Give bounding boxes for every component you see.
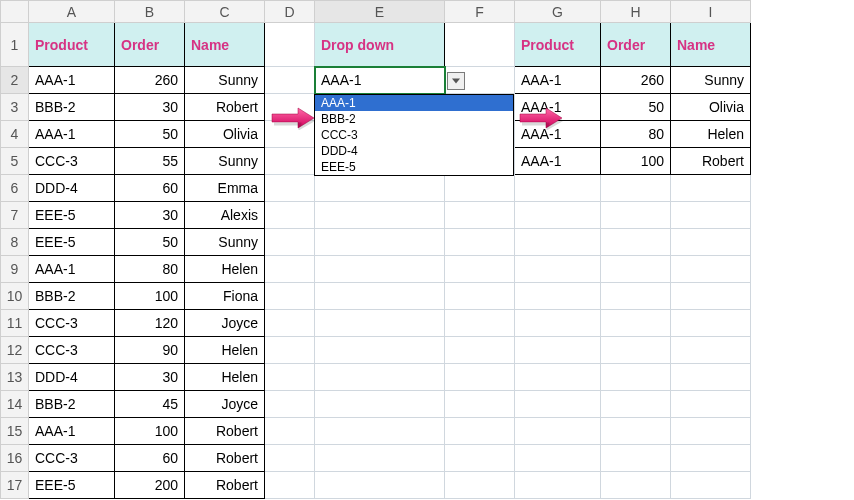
cell-product[interactable]: DDD-4	[29, 364, 115, 391]
cell-order[interactable]: 60	[115, 445, 185, 472]
cell[interactable]	[265, 364, 315, 391]
cell[interactable]	[445, 229, 515, 256]
cell-name[interactable]: Robert	[185, 472, 265, 499]
cell-order[interactable]: 100	[601, 148, 671, 175]
header-order-right[interactable]: Order	[601, 23, 671, 67]
row-header[interactable]: 15	[1, 418, 29, 445]
dropdown-option[interactable]: DDD-4	[315, 143, 513, 159]
cell[interactable]	[601, 337, 671, 364]
cell-order[interactable]: 100	[115, 283, 185, 310]
cell[interactable]	[265, 310, 315, 337]
cell-order[interactable]: 100	[115, 418, 185, 445]
select-all-corner[interactable]	[1, 1, 29, 23]
col-header-I[interactable]: I	[671, 1, 751, 23]
dropdown-option[interactable]: EEE-5	[315, 159, 513, 175]
col-header-E[interactable]: E	[315, 1, 445, 23]
cell-name[interactable]: Sunny	[185, 148, 265, 175]
cell[interactable]	[671, 283, 751, 310]
cell[interactable]	[671, 256, 751, 283]
dropdown-list[interactable]: AAA-1 BBB-2 CCC-3 DDD-4 EEE-5	[314, 94, 514, 176]
cell-order[interactable]: 30	[115, 364, 185, 391]
col-header-C[interactable]: C	[185, 1, 265, 23]
cell[interactable]	[445, 418, 515, 445]
cell[interactable]	[601, 229, 671, 256]
cell-product[interactable]: DDD-4	[29, 175, 115, 202]
cell[interactable]	[601, 175, 671, 202]
cell-name[interactable]: Sunny	[671, 67, 751, 94]
cell[interactable]	[515, 283, 601, 310]
cell-name[interactable]: Olivia	[671, 94, 751, 121]
cell[interactable]	[601, 472, 671, 499]
cell[interactable]	[265, 202, 315, 229]
cell[interactable]	[315, 418, 445, 445]
cell[interactable]	[671, 445, 751, 472]
col-header-B[interactable]: B	[115, 1, 185, 23]
row-header[interactable]: 5	[1, 148, 29, 175]
dropdown-option[interactable]: BBB-2	[315, 111, 513, 127]
cell[interactable]	[265, 283, 315, 310]
cell[interactable]	[671, 418, 751, 445]
col-header-D[interactable]: D	[265, 1, 315, 23]
cell[interactable]	[445, 283, 515, 310]
cell[interactable]	[515, 337, 601, 364]
cell-product[interactable]: AAA-1	[29, 67, 115, 94]
row-header[interactable]: 7	[1, 202, 29, 229]
row-header[interactable]: 9	[1, 256, 29, 283]
cell[interactable]	[445, 445, 515, 472]
cell-product[interactable]: AAA-1	[29, 121, 115, 148]
cell-order[interactable]: 60	[115, 175, 185, 202]
cell-product[interactable]: BBB-2	[29, 391, 115, 418]
cell-name[interactable]: Robert	[671, 148, 751, 175]
dropdown-button[interactable]	[447, 72, 465, 90]
cell-product[interactable]: AAA-1	[29, 418, 115, 445]
cell[interactable]	[315, 283, 445, 310]
cell-name[interactable]: Sunny	[185, 67, 265, 94]
cell[interactable]	[445, 472, 515, 499]
cell[interactable]	[265, 391, 315, 418]
row-header[interactable]: 12	[1, 337, 29, 364]
cell-order[interactable]: 80	[115, 256, 185, 283]
cell-order[interactable]: 50	[601, 94, 671, 121]
cell-product[interactable]: BBB-2	[29, 283, 115, 310]
cell[interactable]	[515, 445, 601, 472]
grid[interactable]: A B C D E F G H I 1 Product Order Name D…	[0, 0, 751, 499]
cell[interactable]	[315, 337, 445, 364]
cell-order[interactable]: 30	[115, 202, 185, 229]
dropdown-cell[interactable]: AAA-1	[315, 67, 445, 94]
cell[interactable]	[515, 472, 601, 499]
cell[interactable]	[601, 445, 671, 472]
cell-product[interactable]: EEE-5	[29, 472, 115, 499]
cell-name[interactable]: Helen	[185, 337, 265, 364]
cell[interactable]	[671, 472, 751, 499]
cell[interactable]	[265, 418, 315, 445]
cell-product[interactable]: AAA-1	[515, 67, 601, 94]
cell-name[interactable]: Olivia	[185, 121, 265, 148]
cell[interactable]	[601, 256, 671, 283]
header-order-left[interactable]: Order	[115, 23, 185, 67]
header-product-right[interactable]: Product	[515, 23, 601, 67]
row-header[interactable]: 17	[1, 472, 29, 499]
header-dropdown[interactable]: Drop down	[315, 23, 445, 67]
cell-product[interactable]: EEE-5	[29, 202, 115, 229]
cell[interactable]	[671, 310, 751, 337]
cell-product[interactable]: CCC-3	[29, 445, 115, 472]
row-header[interactable]: 8	[1, 229, 29, 256]
cell-product[interactable]: AAA-1	[29, 256, 115, 283]
cell[interactable]	[515, 229, 601, 256]
cell-order[interactable]: 120	[115, 310, 185, 337]
cell[interactable]	[601, 418, 671, 445]
cell-product[interactable]: CCC-3	[29, 148, 115, 175]
cell[interactable]	[445, 23, 515, 67]
cell[interactable]	[265, 175, 315, 202]
cell-order[interactable]: 55	[115, 148, 185, 175]
header-product-left[interactable]: Product	[29, 23, 115, 67]
cell[interactable]	[601, 364, 671, 391]
cell[interactable]	[445, 175, 515, 202]
cell[interactable]	[515, 175, 601, 202]
cell[interactable]	[515, 391, 601, 418]
cell-order[interactable]: 50	[115, 229, 185, 256]
cell-product[interactable]: CCC-3	[29, 337, 115, 364]
cell-product[interactable]: EEE-5	[29, 229, 115, 256]
cell-order[interactable]: 90	[115, 337, 185, 364]
cell-name[interactable]: Emma	[185, 175, 265, 202]
